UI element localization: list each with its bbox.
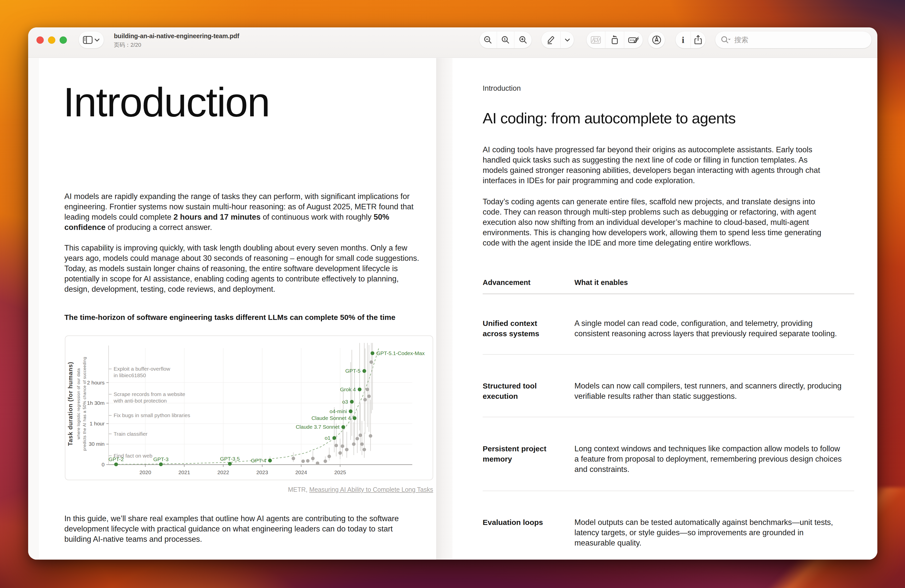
close-window-button[interactable] [37, 36, 44, 44]
svg-text:30 min: 30 min [89, 441, 105, 447]
svg-text:GPT-2: GPT-2 [108, 456, 124, 462]
smart-selection-button[interactable] [586, 32, 605, 48]
svg-text:GPT-5.1-Codex-Max: GPT-5.1-Codex-Max [376, 350, 425, 356]
svg-text:Claude 3.7 Sonnet: Claude 3.7 Sonnet [295, 424, 339, 430]
highlighter-button[interactable] [541, 32, 560, 48]
share-icon [693, 35, 703, 45]
right-paragraph-1: AI coding tools have progressed far beyo… [483, 144, 835, 186]
chart-source-prefix: METR, [288, 486, 309, 493]
chevron-down-icon [565, 38, 570, 42]
document-title: building-an-ai-native-engineering-team.p… [114, 32, 239, 40]
svg-text:o3: o3 [342, 399, 348, 404]
svg-text:GPT-5: GPT-5 [345, 368, 360, 374]
svg-text:predicts the AI has a 50% chan: predicts the AI has a 50% chance of succ… [82, 357, 87, 451]
highlight-controls [541, 32, 574, 48]
pdf-page-right: Introduction AI coding: from autocomplet… [452, 58, 877, 559]
svg-text:Scrape records from a website: Scrape records from a website [114, 391, 185, 397]
chart-source-link[interactable]: Measuring AI Ability to Complete Long Ta… [309, 486, 433, 493]
info-icon: i [678, 35, 687, 45]
markup-pen-button[interactable] [648, 35, 665, 45]
rotate-left-icon [610, 35, 620, 45]
svg-text:o4-mini: o4-mini [330, 408, 347, 414]
zoom-in-icon [518, 35, 528, 45]
svg-text:o1: o1 [324, 435, 330, 441]
svg-text:Train classifier: Train classifier [114, 431, 148, 437]
table-row: Structured tool execution Models can now… [483, 381, 854, 401]
svg-text:2 hours: 2 hours [87, 380, 105, 385]
svg-text:2021: 2021 [178, 469, 190, 475]
sidebar-toggle-button[interactable] [79, 32, 104, 48]
table-divider [483, 491, 854, 491]
metr-chart: 030 min1 hour1h 30m2 hours20202021202220… [65, 336, 433, 480]
svg-text:Claude Sonnet 4: Claude Sonnet 4 [311, 415, 351, 421]
markup-pen-icon [652, 35, 662, 45]
right-paragraph-2: Today’s coding agents can generate entir… [483, 197, 835, 248]
rotate-left-button[interactable] [605, 32, 624, 48]
table-header-rule [483, 294, 854, 294]
document-title-block: building-an-ai-native-engineering-team.p… [114, 32, 239, 49]
window-titlebar: building-an-ai-native-engineering-team.p… [28, 27, 877, 58]
zoom-out-icon [483, 35, 493, 45]
page-indicator: 页码：2/20 [114, 41, 239, 49]
redact-icon [628, 35, 639, 45]
fullscreen-window-button[interactable] [60, 36, 67, 44]
pdf-page-left: Introduction AI models are rapidly expan… [39, 58, 436, 559]
left-paragraph-1: AI models are rapidly expanding the rang… [64, 191, 421, 233]
svg-text:Exploit a buffer-overflow: Exploit a buffer-overflow [114, 366, 170, 372]
row-label: Evaluation loops [483, 517, 575, 548]
svg-text:2022: 2022 [218, 469, 229, 475]
svg-text:where logistic regression of o: where logistic regression of our data [76, 368, 81, 440]
row-text: Long context windows and techniques like… [575, 444, 845, 474]
row-label: Persistent project memory [483, 444, 575, 474]
svg-text:1: 1 [504, 37, 506, 41]
table-header-advancement: Advancement [483, 279, 575, 287]
row-text: A single model can read code, configurat… [575, 318, 845, 339]
share-button[interactable] [691, 32, 706, 48]
table-header-enables: What it enables [575, 279, 854, 287]
search-field[interactable]: 搜索 [715, 32, 872, 48]
zoom-in-button[interactable] [514, 32, 532, 48]
page-gutter [436, 58, 452, 559]
markup-tools [586, 32, 643, 48]
svg-text:Grok 4: Grok 4 [340, 387, 356, 392]
svg-text:Task duration (for humans): Task duration (for humans) [67, 362, 74, 446]
redact-button[interactable] [624, 32, 643, 48]
chevron-down-icon [94, 38, 100, 42]
info-button[interactable]: i [675, 32, 691, 48]
highlighter-menu-button[interactable] [560, 32, 574, 48]
svg-text:GPT-3: GPT-3 [153, 456, 169, 462]
svg-text:0: 0 [102, 461, 105, 468]
svg-text:2025: 2025 [334, 469, 346, 475]
row-label: Unified context across systems [483, 318, 575, 339]
table-row: Unified context across systems A single … [483, 318, 854, 339]
left-paragraph-3: In this guide, we’ll share real examples… [64, 514, 421, 544]
row-label: Structured tool execution [483, 381, 575, 401]
right-page-kicker: Introduction [483, 84, 521, 92]
left-paragraph-2: This capability is improving quickly, wi… [64, 243, 424, 294]
table-divider [483, 354, 854, 355]
svg-text:1 hour: 1 hour [89, 421, 105, 426]
chart-source-caption: METR, Measuring AI Ability to Complete L… [65, 486, 433, 493]
svg-text:GPT-3.5: GPT-3.5 [220, 456, 240, 461]
row-text: Models can now call compilers, test runn… [575, 381, 845, 401]
actual-size-button[interactable]: 1 [497, 32, 514, 48]
right-page-heading: AI coding: from autocomplete to agents [483, 110, 735, 127]
search-icon [721, 36, 731, 44]
search-placeholder: 搜索 [734, 35, 748, 45]
chart-card: 030 min1 hour1h 30m2 hours20202021202220… [65, 336, 433, 480]
chart-heading: The time-horizon of software engineering… [64, 313, 429, 322]
info-share-controls: i [675, 32, 706, 48]
draw-tools [648, 32, 665, 48]
svg-text:2024: 2024 [295, 469, 307, 475]
actual-size-icon: 1 [501, 35, 510, 45]
zoom-out-button[interactable] [479, 32, 497, 48]
row-text: Model outputs can be tested automaticall… [575, 517, 845, 548]
sidebar-icon [83, 36, 93, 44]
table-row: Evaluation loops Model outputs can be te… [483, 517, 854, 548]
desktop-wallpaper: building-an-ai-native-engineering-team.p… [0, 0, 905, 588]
svg-text:GPT-4: GPT-4 [251, 458, 266, 463]
minimize-window-button[interactable] [48, 36, 55, 44]
pdf-content-area: Introduction AI models are rapidly expan… [28, 58, 877, 559]
zoom-controls: 1 [479, 32, 532, 48]
svg-text:in libiec61850: in libiec61850 [114, 372, 146, 378]
